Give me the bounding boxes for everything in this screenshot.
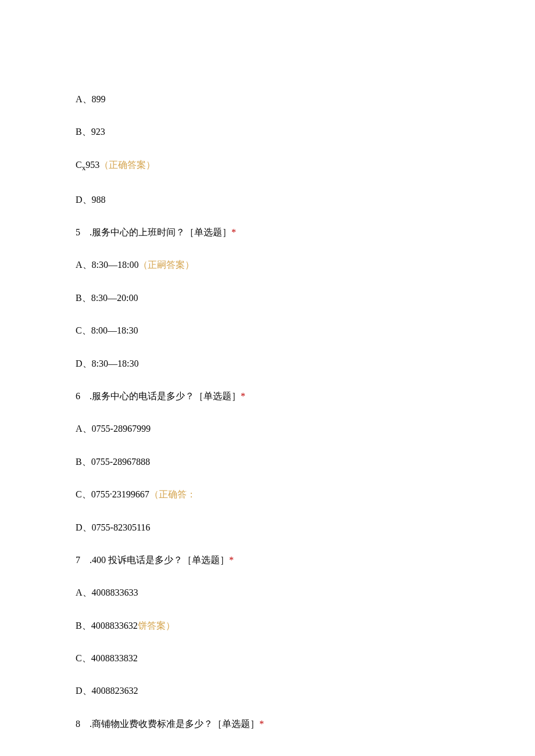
question-line: 8.商铺物业费收费标准是多少？［单选题］* [76, 718, 459, 730]
option-label: A、 [76, 260, 92, 270]
option-value: 8:30—18:00 [92, 260, 139, 270]
option-line: A、0755-28967999 [76, 422, 459, 435]
option-value: 8:30—18:30 [92, 359, 139, 368]
option-line: C、8:00—18:30 [76, 324, 459, 337]
option-line: A、8:30—18:00（正嗣答案） [76, 259, 459, 271]
question-text: .400 投诉电话是多少？［单选题］ [90, 555, 229, 565]
option-value: 4008833633 [92, 587, 138, 597]
option-value: 0755-28967999 [92, 424, 151, 433]
required-mark: * [259, 719, 264, 729]
option-value: 4008833832 [91, 653, 138, 663]
option-label: D、 [76, 522, 92, 532]
option-line: C、0755·23199667（正确答： [76, 488, 459, 501]
option-label: C、 [76, 489, 91, 499]
option-label: D、 [76, 359, 92, 368]
option-label: C、 [76, 653, 91, 663]
option-line: D、4008823632 [76, 685, 459, 697]
correct-answer-marker: （正确答案） [99, 160, 155, 170]
option-label: D、 [76, 195, 92, 205]
required-mark: * [241, 391, 245, 401]
option-line: B、8:30—20:00 [76, 292, 459, 304]
question-line: 6.服务中心的电话是多少？［单选题］* [76, 390, 459, 403]
option-label: A、 [76, 587, 92, 597]
question-line: 5.服务中心的上班时间？［单选题］* [76, 226, 459, 239]
option-line: A、4008833633 [76, 586, 459, 599]
option-label: B、 [76, 293, 91, 303]
option-value: 988 [92, 195, 106, 205]
option-line: C、4008833832 [76, 652, 459, 665]
option-label: A、 [76, 424, 92, 433]
correct-answer-marker: 饼答案） [138, 621, 175, 630]
option-line: B、923 [76, 126, 459, 138]
option-label: B、 [76, 621, 91, 630]
question-number: 5 [76, 226, 80, 239]
option-value: 0755·23199667 [91, 489, 149, 499]
required-mark: * [231, 227, 236, 237]
option-label: B、 [76, 457, 91, 467]
option-line: A、899 [76, 93, 459, 106]
option-value: 0755-82305116 [92, 522, 151, 532]
question-number: 8 [76, 718, 80, 730]
option-line: D、0755-82305116 [76, 521, 459, 534]
option-value: 953 [85, 160, 99, 170]
option-label: C、 [76, 325, 91, 335]
option-value: 8:00—18:30 [91, 325, 138, 335]
option-line: B、4008833632饼答案） [76, 619, 459, 632]
option-line: D、988 [76, 194, 459, 206]
required-mark: * [229, 555, 234, 565]
option-line: B、0755-28967888 [76, 456, 459, 468]
option-line: D、8:30—18:30 [76, 357, 459, 370]
option-value: 4008833632 [91, 621, 138, 630]
option-value: 8:30—20:00 [91, 293, 138, 303]
option-label: D、 [76, 686, 92, 696]
question-text: .服务中心的电话是多少？［单选题］ [90, 391, 241, 401]
option-label: C [76, 160, 82, 170]
option-value: 0755-28967888 [91, 457, 150, 467]
option-value: 4008823632 [92, 686, 138, 696]
option-value: 923 [91, 127, 105, 137]
question-line: 7.400 投诉电话是多少？［单选题］* [76, 554, 459, 567]
option-value: 899 [92, 94, 106, 104]
correct-answer-marker: （正确答： [149, 489, 196, 499]
question-number: 6 [76, 390, 80, 403]
option-line: Cx953（正确答案） [76, 159, 459, 174]
option-label: B、 [76, 127, 91, 137]
document-page: A、899B、923Cx953（正确答案）D、9885.服务中心的上班时间？［单… [0, 0, 535, 756]
question-text: .商铺物业费收费标准是多少？［单选题］ [90, 719, 259, 729]
option-label: A、 [76, 94, 92, 104]
question-text: .服务中心的上班时间？［单选题］ [90, 227, 231, 237]
correct-answer-marker: （正嗣答案） [138, 260, 194, 270]
question-number: 7 [76, 554, 80, 567]
